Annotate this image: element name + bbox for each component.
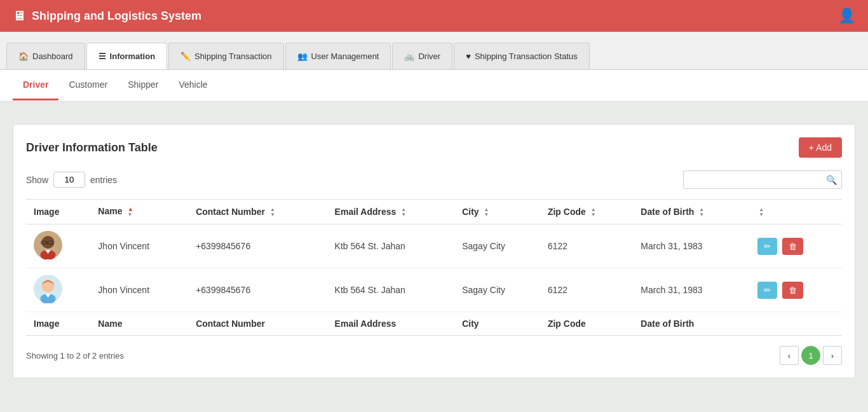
sort-arrows-contact: ▲ ▼ <box>270 207 275 217</box>
row1-contact: +6399845676 <box>188 224 327 268</box>
home-icon: 🏠 <box>18 52 29 61</box>
search-input[interactable] <box>683 170 842 189</box>
avatar-light <box>34 275 62 303</box>
table-footer: Image Name Contact Number Email Address … <box>26 312 842 336</box>
sort-arrows-city: ▲ ▼ <box>484 207 489 217</box>
nav-tab-dashboard-label: Dashboard <box>32 52 73 61</box>
user-icon[interactable]: 👤 <box>838 8 855 24</box>
sort-down-city: ▼ <box>484 212 489 217</box>
row2-email: Ktb 564 St. Jahan <box>327 268 455 312</box>
show-entries: Show entries <box>26 172 117 188</box>
col-dob[interactable]: Date of Birth ▲ ▼ <box>633 200 749 224</box>
sub-tabs: Driver Customer Shipper Vehicle <box>0 70 868 102</box>
col-city[interactable]: City ▲ ▼ <box>454 200 540 224</box>
nav-tab-information[interactable]: ☰ Information <box>86 43 168 69</box>
col-contact[interactable]: Contact Number ▲ ▼ <box>188 200 327 224</box>
nav-tab-shipping-status[interactable]: ♥ Shipping Transaction Status <box>454 43 590 69</box>
nav-tab-driver[interactable]: 🚲 Driver <box>392 43 452 69</box>
nav-tab-information-label: Information <box>110 52 156 61</box>
col-email[interactable]: Email Address ▲ ▼ <box>327 200 455 224</box>
foot-col-email: Email Address <box>327 312 455 336</box>
table-title: Driver Information Table <box>26 141 158 154</box>
entries-label: entries <box>90 175 117 185</box>
row2-dob: March 31, 1983 <box>633 268 749 312</box>
row1-zip: 6122 <box>540 224 633 268</box>
next-page-button[interactable]: › <box>823 346 842 365</box>
col-name[interactable]: Name ▲ ▼ <box>90 200 188 224</box>
sub-tab-driver-label: Driver <box>23 79 48 90</box>
sort-down-dob: ▼ <box>699 212 704 217</box>
sub-tab-driver[interactable]: Driver <box>13 71 58 100</box>
sort-down-zip: ▼ <box>591 212 596 217</box>
foot-col-city: City <box>454 312 540 336</box>
nav-tab-dashboard[interactable]: 🏠 Dashboard <box>6 43 85 69</box>
row2-edit-button[interactable]: ✏ <box>757 282 777 299</box>
sort-arrows-actions: ▲ ▼ <box>759 207 764 217</box>
sub-tab-vehicle[interactable]: Vehicle <box>168 71 217 100</box>
row1-edit-button[interactable]: ✏ <box>757 238 777 255</box>
foot-col-image: Image <box>26 312 90 336</box>
monitor-icon: 🖥 <box>13 9 25 24</box>
entries-count-input[interactable] <box>53 172 85 188</box>
edit-icon: ✏️ <box>180 52 191 61</box>
nav-tab-user-management[interactable]: 👥 User Management <box>285 43 391 69</box>
row2-name: Jhon Vincent <box>90 268 188 312</box>
nav-bar: 🏠 Dashboard ☰ Information ✏️ Shipping Tr… <box>0 32 868 70</box>
header-title: 🖥 Shipping and Logistics System <box>13 9 201 24</box>
header: 🖥 Shipping and Logistics System 👤 <box>0 0 868 32</box>
nav-tab-shipping-label: Shipping Transaction <box>194 52 271 61</box>
page-1-button[interactable]: 1 <box>801 346 820 365</box>
col-zip[interactable]: Zip Code ▲ ▼ <box>540 200 633 224</box>
table-container: Driver Information Table + Add Show entr… <box>13 124 855 378</box>
nav-tab-user-label: User Management <box>311 52 379 61</box>
bike-icon: 🚲 <box>404 52 414 61</box>
row2-delete-button[interactable]: 🗑 <box>782 282 803 299</box>
sort-arrows-email: ▲ ▼ <box>401 207 406 217</box>
row1-image <box>26 224 90 268</box>
nav-tab-status-label: Shipping Transaction Status <box>475 52 578 61</box>
list-icon: ☰ <box>98 52 106 61</box>
foot-col-name: Name <box>90 312 188 336</box>
add-button[interactable]: + Add <box>799 137 842 158</box>
nav-tab-shipping-transaction[interactable]: ✏️ Shipping Transaction <box>168 43 283 69</box>
sub-tab-shipper-label: Shipper <box>128 79 158 90</box>
row1-name: Jhon Vincent <box>90 224 188 268</box>
table-header-row: Driver Information Table + Add <box>26 137 842 158</box>
sub-tab-vehicle-label: Vehicle <box>179 79 207 90</box>
main-content: Driver Information Table + Add Show entr… <box>0 102 868 391</box>
app-title: Shipping and Logistics System <box>32 10 201 23</box>
sort-arrows-dob: ▲ ▼ <box>699 207 704 217</box>
prev-page-button[interactable]: ‹ <box>780 346 799 365</box>
row1-delete-button[interactable]: 🗑 <box>782 238 803 255</box>
controls-row: Show entries 🔍 <box>26 170 842 189</box>
data-table: Image Name ▲ ▼ Contact Number ▲ ▼ <box>26 199 842 336</box>
row2-city: Sagay City <box>454 268 540 312</box>
sort-down-actions: ▼ <box>759 212 764 217</box>
avatar-dark <box>34 231 62 259</box>
foot-col-zip: Zip Code <box>540 312 633 336</box>
pagination-controls: ‹ 1 › <box>780 346 842 365</box>
show-label: Show <box>26 175 48 185</box>
pagination-row: Showing 1 to 2 of 2 entries ‹ 1 › <box>26 346 842 365</box>
table-header: Image Name ▲ ▼ Contact Number ▲ ▼ <box>26 200 842 224</box>
sort-down-icon: ▼ <box>127 212 133 217</box>
table-row: Jhon Vincent +6399845676 Ktb 564 St. Jah… <box>26 268 842 312</box>
table-row: Jhon Vincent +6399845676 Ktb 564 St. Jah… <box>26 224 842 268</box>
sub-tab-customer[interactable]: Customer <box>58 71 118 100</box>
sort-arrows-zip: ▲ ▼ <box>591 207 596 217</box>
foot-col-dob: Date of Birth <box>633 312 749 336</box>
pagination-info: Showing 1 to 2 of 2 entries <box>26 351 124 360</box>
sort-down-contact: ▼ <box>270 212 275 217</box>
sub-tab-shipper[interactable]: Shipper <box>118 71 168 100</box>
row2-actions: ✏ 🗑 <box>749 268 842 312</box>
row2-contact: +6399845676 <box>188 268 327 312</box>
users-icon: 👥 <box>297 52 308 61</box>
foot-col-actions <box>749 312 842 336</box>
row2-image <box>26 268 90 312</box>
search-icon: 🔍 <box>826 175 837 185</box>
sort-down-email: ▼ <box>401 212 406 217</box>
heart-icon: ♥ <box>466 52 471 61</box>
sort-arrows-name: ▲ ▼ <box>127 206 133 217</box>
nav-tab-driver-label: Driver <box>418 52 440 61</box>
row1-actions: ✏ 🗑 <box>749 224 842 268</box>
